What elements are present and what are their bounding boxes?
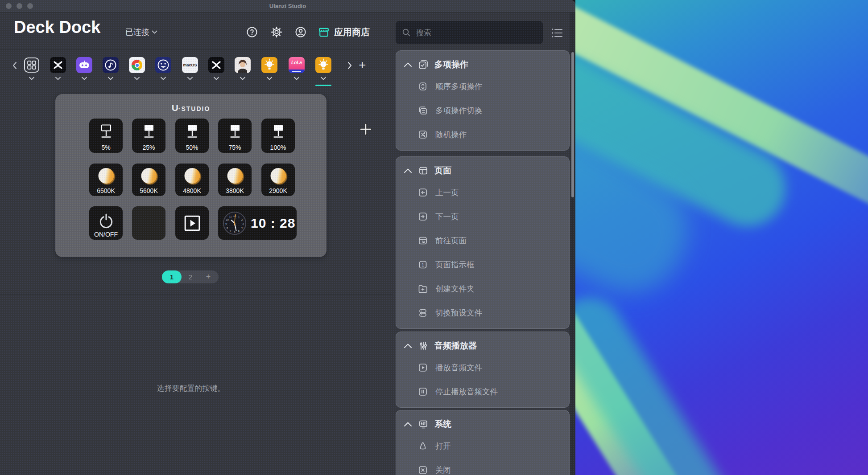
wallpaper-streak <box>575 42 798 239</box>
deck-key-brightness-100[interactable]: 100% <box>261 119 295 153</box>
deck-key-brightness-25[interactable]: 25% <box>132 119 165 153</box>
app-icon-smiley[interactable] <box>155 57 171 73</box>
page-2-button[interactable]: 2 <box>182 273 199 281</box>
page-title: Deck Dock <box>14 18 100 37</box>
wallpaper-streak <box>575 296 711 475</box>
app-expand-chevron[interactable] <box>155 77 171 80</box>
app-icon-capcut[interactable] <box>50 57 66 73</box>
deck-key-temp-4800k[interactable]: 4800K <box>175 164 209 196</box>
color-temp-icon <box>227 168 243 184</box>
close-app-icon <box>417 465 428 475</box>
toolbar-next-icon[interactable] <box>347 61 353 70</box>
lola-icon-banner <box>289 70 305 73</box>
account-button[interactable] <box>294 26 307 38</box>
action-item[interactable]: 下一页 <box>396 205 569 229</box>
deck-key-power[interactable]: ON/OFF <box>89 206 123 240</box>
action-item[interactable]: 播放音频文件 <box>396 356 569 380</box>
action-item[interactable]: 前往页面 <box>396 229 569 253</box>
app-icon-bulb-active[interactable] <box>315 57 331 73</box>
deck-key-temp-2900k[interactable]: 2900K <box>261 164 295 196</box>
color-temp-icon <box>98 168 114 184</box>
deck-key-brightness-50[interactable]: 50% <box>175 119 209 153</box>
action-item[interactable]: 创建文件夹 <box>396 277 569 301</box>
deck-key-temp-3800k[interactable]: 3800K <box>218 164 252 196</box>
app-expand-chevron[interactable] <box>24 77 40 80</box>
app-icon-bulb[interactable] <box>261 57 277 73</box>
app-icon-chrome[interactable] <box>129 57 145 73</box>
app-expand-chevron[interactable] <box>129 77 145 80</box>
app-store-button[interactable]: 应用商店 <box>334 26 370 38</box>
group-header-multi-action[interactable]: 多项操作 <box>396 55 569 74</box>
page-indicator-icon: 1 <box>417 259 428 270</box>
add-device-button[interactable]: + <box>359 58 366 72</box>
app-expand-chevron[interactable] <box>289 77 305 80</box>
connection-status-dropdown[interactable]: 已连接 <box>125 27 157 37</box>
lamp-icon <box>271 124 286 140</box>
group-header-audio-player[interactable]: 音频播放器 <box>396 336 569 356</box>
settings-gear-button[interactable] <box>270 26 283 38</box>
group-header-system[interactable]: 系统 <box>396 414 569 434</box>
action-item[interactable]: 1 页面指示框 <box>396 253 569 277</box>
group-title: 音频播放器 <box>434 340 477 352</box>
action-item[interactable]: 随机操作 <box>396 123 569 147</box>
deck-brand: U·STUDIO <box>55 102 327 113</box>
action-item[interactable]: 切换预设文件 <box>396 301 569 325</box>
app-icon-robot[interactable] <box>76 57 92 73</box>
app-icon-macos[interactable]: macOS <box>182 57 198 73</box>
action-item[interactable]: 停止播放音频文件 <box>396 380 569 404</box>
key-label: 6500K <box>89 187 123 194</box>
app-expand-chevron[interactable] <box>208 77 224 80</box>
app-expand-chevron[interactable] <box>76 77 92 80</box>
app-icon-lola[interactable]: LoLa <box>289 57 305 73</box>
action-item[interactable]: 顺序多项操作 <box>396 74 569 98</box>
group-title: 多项操作 <box>434 59 468 70</box>
crosshair-cursor <box>360 123 372 135</box>
chevron-up-icon <box>404 422 412 427</box>
analog-clock-icon: 12 1 2 3 4 5 6 7 8 9 10 11 <box>223 211 247 235</box>
audio-player-icon <box>418 340 429 351</box>
app-expand-chevron[interactable] <box>315 77 331 80</box>
key-label: 5600K <box>132 187 165 194</box>
deck-key-brightness-5[interactable]: 5% <box>89 119 123 153</box>
page-1-button[interactable]: 1 <box>162 270 182 283</box>
deck-key-play-box[interactable] <box>175 206 209 240</box>
stop-audio-icon <box>417 386 428 397</box>
group-title: 页面 <box>434 165 451 176</box>
key-label: 25% <box>132 144 165 151</box>
list-view-icon[interactable] <box>551 28 563 38</box>
app-store-icon[interactable] <box>318 26 330 38</box>
app-expand-chevron[interactable] <box>103 77 119 80</box>
group-header-page[interactable]: 页面 <box>396 161 569 180</box>
wallpaper-streak <box>575 0 868 243</box>
sidebar-scrollbar[interactable] <box>571 52 574 197</box>
deck-key-clock[interactable]: 12 1 2 3 4 5 6 7 8 9 10 11 10 : <box>218 206 297 240</box>
key-label: 100% <box>261 144 295 151</box>
deck-key-temp-6500k[interactable]: 6500K <box>89 164 123 196</box>
action-item[interactable]: 上一页 <box>396 180 569 205</box>
action-item[interactable]: 打开 <box>396 434 569 458</box>
multi-action-switch-icon <box>417 105 428 116</box>
app-icon-apps-grid[interactable] <box>24 57 40 73</box>
action-item[interactable]: 关闭 <box>396 458 569 475</box>
svg-text:1: 1 <box>422 262 424 267</box>
app-icon-music[interactable] <box>103 57 119 73</box>
key-label: 2900K <box>261 187 295 194</box>
app-expand-chevron[interactable] <box>235 77 251 80</box>
svg-text:10: 10 <box>226 218 229 221</box>
app-icon-capcut-2[interactable] <box>208 57 224 73</box>
app-expand-chevron[interactable] <box>50 77 66 80</box>
deck-key-temp-5600k[interactable]: 5600K <box>132 164 165 196</box>
add-page-button[interactable]: + <box>199 272 217 282</box>
toolbar-prev-icon[interactable] <box>12 61 18 70</box>
help-button[interactable] <box>246 26 258 38</box>
search-input[interactable] <box>415 21 537 45</box>
sequence-multi-action-icon <box>417 81 428 92</box>
app-expand-chevron[interactable] <box>182 77 198 80</box>
deck-key-empty[interactable] <box>132 206 165 240</box>
key-label: 50% <box>175 144 209 151</box>
deck-key-brightness-75[interactable]: 75% <box>218 119 252 153</box>
app-expand-chevron[interactable] <box>261 77 277 80</box>
section-divider <box>0 295 393 295</box>
app-icon-portrait[interactable] <box>235 57 251 73</box>
action-item[interactable]: 多项操作切换 <box>396 98 569 123</box>
